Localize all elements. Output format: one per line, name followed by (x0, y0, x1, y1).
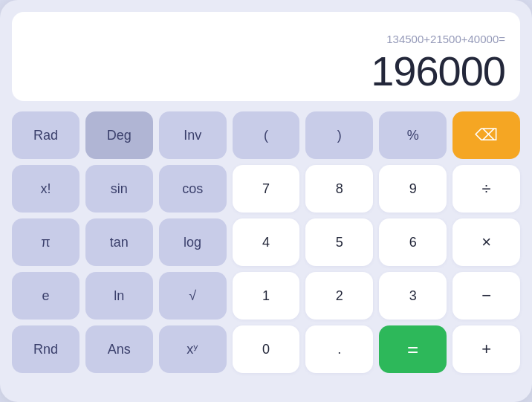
display: 134500+21500+40000= 196000 (12, 12, 520, 101)
open-paren-button[interactable]: ( (233, 111, 300, 159)
one-button[interactable]: 1 (233, 272, 300, 320)
backspace-button[interactable]: ⌫ (452, 111, 520, 159)
divide-button[interactable]: ÷ (452, 165, 520, 213)
inv-button[interactable]: Inv (159, 111, 227, 159)
ans-button[interactable]: Ans (85, 325, 153, 373)
dot-button[interactable]: . (305, 325, 373, 373)
six-button[interactable]: 6 (379, 218, 447, 266)
zero-button[interactable]: 0 (233, 325, 300, 373)
eight-button[interactable]: 8 (305, 165, 373, 213)
two-button[interactable]: 2 (305, 272, 373, 320)
factorial-button[interactable]: x! (12, 165, 80, 213)
sqrt-button[interactable]: √ (159, 272, 227, 320)
multiply-button[interactable]: × (452, 218, 520, 266)
seven-button[interactable]: 7 (233, 165, 300, 213)
display-value: 196000 (371, 47, 505, 95)
buttons-grid: RadDegInv()%⌫x!sincos789÷πtanlog456×eln√… (12, 111, 520, 373)
pi-button[interactable]: π (12, 218, 80, 266)
equals-button[interactable]: = (379, 325, 447, 373)
three-button[interactable]: 3 (379, 272, 447, 320)
nine-button[interactable]: 9 (379, 165, 447, 213)
close-paren-button[interactable]: ) (305, 111, 373, 159)
power-button[interactable]: xʸ (159, 325, 227, 373)
five-button[interactable]: 5 (305, 218, 373, 266)
percent-button[interactable]: % (379, 111, 447, 159)
deg-button[interactable]: Deg (85, 111, 153, 159)
calculator: 134500+21500+40000= 196000 RadDegInv()%⌫… (0, 0, 532, 402)
cos-button[interactable]: cos (159, 165, 227, 213)
display-expression: 134500+21500+40000= (386, 33, 505, 45)
four-button[interactable]: 4 (233, 218, 300, 266)
log-button[interactable]: log (159, 218, 227, 266)
minus-button[interactable]: − (452, 272, 520, 320)
sin-button[interactable]: sin (85, 165, 153, 213)
ln-button[interactable]: ln (85, 272, 153, 320)
rnd-button[interactable]: Rnd (12, 325, 80, 373)
tan-button[interactable]: tan (85, 218, 153, 266)
rad-button[interactable]: Rad (12, 111, 80, 159)
euler-button[interactable]: e (12, 272, 80, 320)
plus-button[interactable]: + (452, 325, 520, 373)
